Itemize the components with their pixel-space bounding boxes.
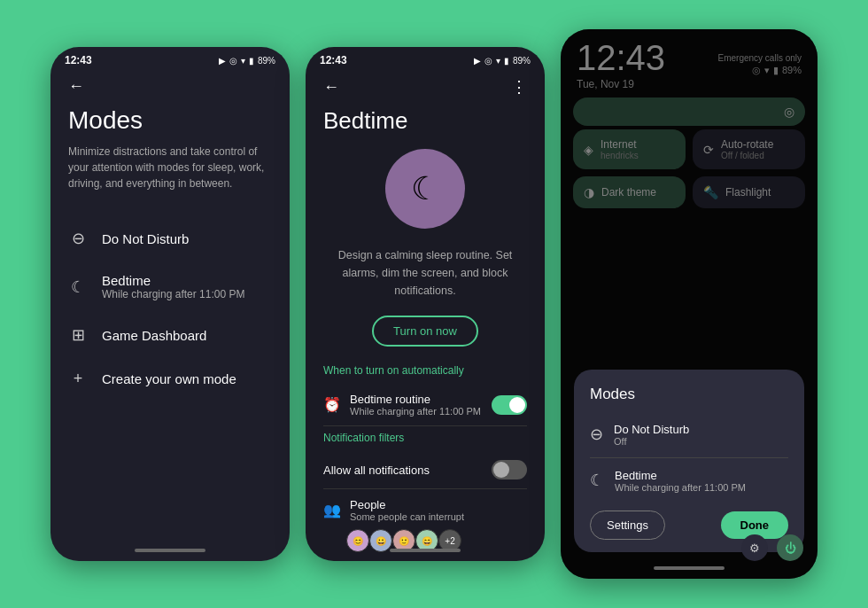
- create-label: Create your own mode: [102, 371, 236, 386]
- wifi-icon-2: ▾: [496, 56, 500, 66]
- modes-modal: Modes ⊖ Do Not Disturb Off ☾ Bedtime Whi…: [574, 370, 804, 552]
- bedtime-icon-1: ☾: [68, 277, 88, 297]
- power-icon-btn[interactable]: ⏻: [777, 534, 803, 561]
- modal-dnd-item[interactable]: ⊖ Do Not Disturb Off: [590, 416, 788, 454]
- notif-label: Notification filters: [323, 432, 527, 444]
- status-icons-2: ▶ ◎ ▾ ▮ 89%: [474, 56, 531, 66]
- people-row[interactable]: 👥 People Some people can interrupt: [323, 491, 527, 529]
- battery-icon-2: ▮: [504, 56, 509, 66]
- battery-pct: 89%: [258, 56, 275, 66]
- bedtime-icon-wrap: ☾: [323, 149, 527, 229]
- create-icon: +: [68, 370, 88, 388]
- moon-icon: ☾: [411, 170, 439, 207]
- game-icon: ⊞: [68, 325, 88, 345]
- routine-toggle[interactable]: [492, 395, 527, 415]
- routine-label: Bedtime routine: [350, 393, 481, 406]
- modal-overlay: Modes ⊖ Do Not Disturb Off ☾ Bedtime Whi…: [561, 29, 818, 579]
- routine-icon: ⏰: [323, 396, 341, 413]
- battery-pct-2: 89%: [513, 56, 531, 66]
- settings-button[interactable]: Settings: [590, 511, 665, 540]
- people-sub: Some people can interrupt: [350, 511, 464, 522]
- modal-bedtime-sub: While charging after 11:00 PM: [615, 482, 746, 493]
- avatar-2: 😀: [369, 529, 392, 552]
- modal-title: Modes: [590, 386, 788, 403]
- eye-icon: ◎: [229, 56, 237, 66]
- bedtime-title: Bedtime: [323, 107, 527, 135]
- page-subtitle-1: Minimize distractions and take control o…: [68, 144, 272, 191]
- bedtime-desc: Design a calming sleep routine. Set alar…: [323, 246, 527, 300]
- page-title-1: Modes: [68, 106, 272, 135]
- dnd-icon: ⊖: [68, 229, 88, 248]
- status-icons-1: ▶ ◎ ▾ ▮ 89%: [219, 56, 275, 66]
- people-label: People: [350, 498, 464, 511]
- allow-all-label: Allow all notifications: [323, 464, 430, 477]
- more-button[interactable]: ⋮: [511, 77, 527, 97]
- qs-bottom-icons: ⚙ ⏻: [741, 534, 803, 561]
- turn-on-button[interactable]: Turn on now: [372, 316, 478, 347]
- wifi-icon: ▾: [241, 56, 245, 66]
- people-icon: 👥: [323, 502, 341, 518]
- modal-dnd-label: Do Not Disturb: [614, 423, 689, 436]
- game-label: Game Dashboard: [102, 328, 206, 343]
- modal-bedtime-item[interactable]: ☾ Bedtime While charging after 11:00 PM: [590, 462, 788, 500]
- modal-dnd-sub: Off: [614, 436, 689, 447]
- back-button-1[interactable]: ←: [68, 70, 272, 106]
- bedtime-header: ← ⋮: [323, 70, 527, 107]
- status-bar-1: 12:43 ▶ ◎ ▾ ▮ 89%: [50, 47, 290, 70]
- modal-dnd-icon: ⊖: [590, 425, 603, 444]
- phone-quick-settings: 12:43 Tue, Nov 19 Emergency calls only ◎…: [561, 29, 818, 579]
- bedtime-sub-1: While charging after 11:00 PM: [102, 288, 244, 300]
- bottom-bar-2: [390, 549, 461, 552]
- mode-item-game[interactable]: ⊞ Game Dashboard: [68, 313, 272, 357]
- mode-item-bedtime[interactable]: ☾ Bedtime While charging after 11:00 PM: [68, 261, 272, 313]
- status-bar-2: 12:43 ▶ ◎ ▾ ▮ 89%: [306, 47, 545, 70]
- back-button-2[interactable]: ←: [323, 78, 339, 97]
- time-1: 12:43: [65, 54, 92, 66]
- routine-sub: While charging after 11:00 PM: [350, 406, 481, 417]
- battery-icon: ▮: [249, 56, 254, 66]
- settings-icon-btn[interactable]: ⚙: [741, 534, 768, 561]
- mode-item-create[interactable]: + Create your own mode: [68, 357, 272, 401]
- bedtime-moon-badge: ☾: [385, 149, 465, 229]
- allow-all-toggle[interactable]: [492, 460, 527, 479]
- modal-bedtime-label: Bedtime: [615, 469, 746, 482]
- when-label: When to turn on automatically: [323, 364, 527, 377]
- bottom-bar-3: [654, 566, 725, 570]
- dnd-label: Do Not Disturb: [102, 231, 189, 246]
- phone-bedtime: 12:43 ▶ ◎ ▾ ▮ 89% ← ⋮ Bedtime ☾ Design a…: [306, 47, 545, 561]
- bedtime-routine-row[interactable]: ⏰ Bedtime routine While charging after 1…: [323, 386, 527, 424]
- play-icon: ▶: [219, 56, 226, 66]
- phone-modes-list: 12:43 ▶ ◎ ▾ ▮ 89% ← Modes Minimize distr…: [50, 47, 290, 561]
- avatar-1: 😊: [346, 529, 369, 552]
- modal-bedtime-icon: ☾: [590, 471, 604, 490]
- bedtime-label-1: Bedtime: [102, 273, 244, 288]
- mode-item-dnd[interactable]: ⊖ Do Not Disturb: [68, 216, 272, 261]
- allow-all-row[interactable]: Allow all notifications: [323, 453, 527, 487]
- time-2: 12:43: [320, 54, 347, 66]
- bottom-bar-1: [135, 549, 205, 552]
- play-icon-2: ▶: [474, 56, 481, 66]
- eye-icon-2: ◎: [484, 56, 492, 66]
